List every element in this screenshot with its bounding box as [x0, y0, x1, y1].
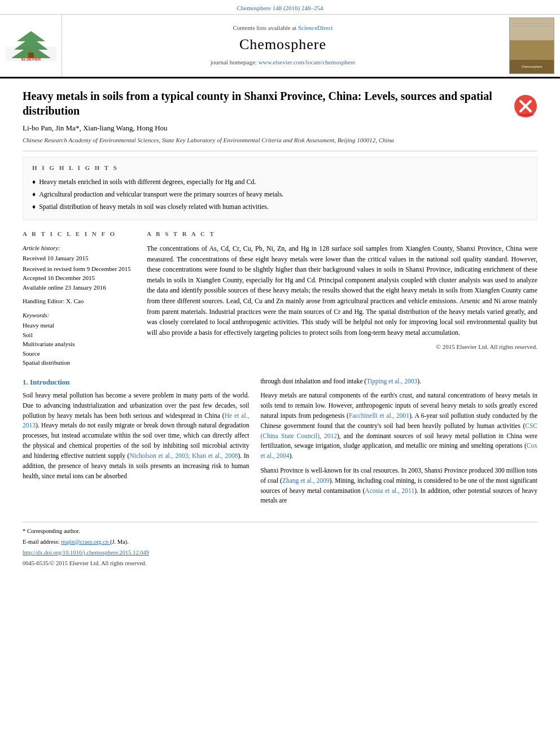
journal-header: ELSEVIER Contents lists available at Sci… — [0, 15, 560, 78]
introduction-heading: 1. Introduction — [23, 377, 249, 388]
ref-link-nicholson[interactable]: Nicholson et al., 2003; Khan et al., 200… — [129, 452, 238, 459]
article-title-section: Heavy metals in soils from a typical cou… — [23, 89, 537, 151]
article-authors: Li-bo Pan, Jin Ma*, Xian-liang Wang, Hon… — [23, 123, 505, 134]
introduction-column: 1. Introduction Soil heavy metal polluti… — [23, 377, 249, 511]
keyword-5: Spatial distribution — [23, 358, 135, 368]
right-para-2: Heavy metals are natural components of t… — [260, 391, 537, 461]
right-content-column: through dust inhalation and food intake … — [260, 377, 537, 511]
highlight-text-2: Agricultural production and vehicular tr… — [39, 189, 283, 199]
ref-link-tipping[interactable]: Tipping et al., 2003 — [366, 378, 417, 385]
keywords-label: Keywords: — [23, 311, 135, 320]
handling-editor-group: Handling Editor: X. Cao — [23, 296, 135, 306]
highlight-item-1: ♦ Heavy metals enriched in soils with di… — [32, 177, 528, 187]
abstract-label: A B S T R A C T — [147, 229, 537, 239]
doi-line: http://dx.doi.org/10.1016/j.chemosphere.… — [23, 548, 537, 557]
article-main-content: 1. Introduction Soil heavy metal polluti… — [23, 377, 537, 511]
abstract-copyright: © 2015 Elsevier Ltd. All rights reserved… — [147, 342, 537, 352]
svg-rect-5 — [510, 18, 554, 40]
keyword-1: Heavy metal — [23, 321, 135, 330]
info-abstract-section: A R T I C L E I N F O Article history: R… — [23, 229, 537, 368]
journal-title: Chemosphere — [239, 33, 326, 55]
abstract-column: A B S T R A C T The concentrations of As… — [147, 229, 537, 368]
ref-link-facchinelli[interactable]: Facchinelli et al., 2001 — [349, 412, 409, 419]
authors-text: Li-bo Pan, Jin Ma*, Xian-liang Wang, Hon… — [23, 124, 168, 132]
highlight-item-3: ♦ Spatial distribution of heavy metals i… — [32, 202, 528, 212]
email-address: majin@craes.org.cn — [61, 539, 108, 545]
revised-label: Received in revised form 9 December 2015 — [23, 264, 135, 274]
contents-text: Contents lists available at — [233, 24, 296, 31]
ref-link-cox[interactable]: Cox et al., 2004 — [260, 442, 537, 459]
svg-text:CrossMark: CrossMark — [517, 113, 534, 116]
sciencedirect-link[interactable]: ScienceDirect — [298, 24, 333, 31]
article-history-group: Article history: Received 10 January 201… — [23, 243, 135, 292]
history-label: Article history: — [23, 243, 135, 253]
highlight-item-2: ♦ Agricultural production and vehicular … — [32, 189, 528, 199]
crossmark-logo-area: CrossMark — [514, 94, 537, 121]
contents-available-line: Contents lists available at ScienceDirec… — [233, 23, 333, 33]
corresponding-author-note: * Corresponding author. — [23, 527, 537, 536]
svg-text:Chemosphere: Chemosphere — [522, 65, 542, 68]
received-date: Received 10 January 2015 — [23, 254, 135, 263]
ref-link-acosta[interactable]: Acosta et al., 2011 — [365, 487, 414, 494]
journal-cover-image: Chemosphere — [509, 18, 554, 74]
doi-text: http://dx.doi.org/10.1016/j.chemosphere.… — [23, 549, 149, 556]
email-name-text: (J. Ma). — [110, 539, 129, 545]
article-footer: * Corresponding author. E-mail address: … — [23, 522, 537, 567]
ref-link-he2013[interactable]: He et al., 2013 — [23, 412, 249, 429]
handling-editor: Handling Editor: X. Cao — [23, 296, 135, 306]
sciencedirect-label: ScienceDirect — [298, 24, 333, 31]
elsevier-logo-area: ELSEVIER — [0, 15, 62, 77]
article-info-label: A R T I C L E I N F O — [23, 229, 135, 239]
email-line: E-mail address: majin@craes.org.cn (J. M… — [23, 538, 537, 547]
email-link[interactable]: majin@craes.org.cn — [61, 539, 110, 545]
highlights-list: ♦ Heavy metals enriched in soils with di… — [32, 177, 528, 212]
keywords-section: Keywords: Heavy metal Soil Multivariate … — [23, 311, 135, 368]
corresponding-note-text: * Corresponding author. — [23, 528, 80, 534]
bullet-1: ♦ — [32, 177, 36, 187]
keyword-2: Soil — [23, 330, 135, 340]
ref-link-csc[interactable]: CSC (China State Council), 2012 — [260, 422, 537, 439]
crossmark-icon: CrossMark — [514, 94, 537, 118]
article-title-area: Heavy metals in soils from a typical cou… — [23, 89, 505, 145]
homepage-prefix: journal homepage: — [211, 59, 257, 65]
article-affiliation: Chinese Research Academy of Environmenta… — [23, 136, 505, 145]
journal-cover-area: Chemosphere — [504, 15, 560, 77]
journal-reference: Chemosphere 148 (2016) 248–254 — [0, 0, 560, 15]
right-para-3: Shanxi Province is well-known for its co… — [260, 466, 537, 506]
article-info-column: A R T I C L E I N F O Article history: R… — [23, 229, 135, 368]
highlight-text-3: Spatial distribution of heavy metals in … — [39, 202, 269, 212]
accepted-date: Accepted 16 December 2015 — [23, 273, 135, 283]
highlights-label: H I G H L I G H T S — [32, 163, 528, 173]
email-label-text: E-mail address: — [23, 539, 60, 545]
ref-link-zhang[interactable]: Zhang et al., 2009 — [282, 477, 330, 484]
footer-copyright: 0045-6535/© 2015 Elsevier Ltd. All right… — [23, 559, 537, 568]
keyword-4: Source — [23, 349, 135, 359]
svg-text:ELSEVIER: ELSEVIER — [21, 57, 41, 61]
doi-link[interactable]: http://dx.doi.org/10.1016/j.chemosphere.… — [23, 549, 149, 556]
intro-paragraph-1: Soil heavy metal pollution has become a … — [23, 391, 249, 481]
svg-rect-6 — [510, 40, 554, 59]
journal-header-center: Contents lists available at ScienceDirec… — [62, 15, 504, 77]
homepage-line: journal homepage: www.elsevier.com/locat… — [211, 58, 355, 67]
abstract-text: The concentrations of As, Cd, Cr, Cu, Pb… — [147, 243, 537, 338]
available-date: Available online 23 January 2016 — [23, 283, 135, 292]
bullet-3: ♦ — [32, 202, 36, 212]
homepage-url: www.elsevier.com/locate/chemosphere — [259, 59, 356, 65]
article-title: Heavy metals in soils from a typical cou… — [23, 89, 505, 118]
right-para-1: through dust inhalation and food intake … — [260, 377, 537, 387]
article-body: Heavy metals in soils from a typical cou… — [0, 78, 560, 579]
highlight-text-1: Heavy metals enriched in soils with diff… — [39, 177, 256, 187]
keyword-3: Multivariate analysis — [23, 339, 135, 349]
highlights-section: H I G H L I G H T S ♦ Heavy metals enric… — [23, 157, 537, 221]
elsevier-logo: ELSEVIER — [6, 30, 56, 61]
journal-ref-text: Chemosphere 148 (2016) 248–254 — [237, 5, 323, 11]
bullet-2: ♦ — [32, 189, 36, 199]
homepage-link[interactable]: www.elsevier.com/locate/chemosphere — [259, 59, 356, 65]
